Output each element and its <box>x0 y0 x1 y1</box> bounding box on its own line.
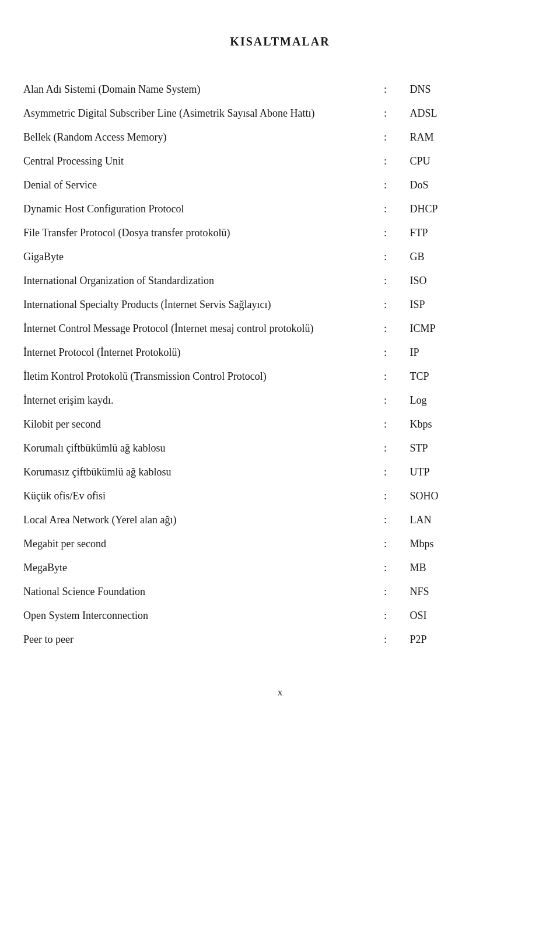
abbreviation-cell: RAM <box>398 125 537 149</box>
abbreviation-cell: ISO <box>398 269 537 293</box>
term-cell: International Specialty Products (İntern… <box>23 293 372 317</box>
term-cell: MegaByte <box>23 556 372 580</box>
abbreviation-cell: DNS <box>398 78 537 102</box>
table-row: Korumasız çiftbükümlü ağ kablosu:UTP <box>23 460 537 484</box>
table-row: Peer to peer:P2P <box>23 628 537 652</box>
table-row: National Science Foundation:NFS <box>23 580 537 604</box>
colon-cell: : <box>372 173 398 197</box>
table-row: İnternet Protocol (İnternet Protokolü):I… <box>23 341 537 365</box>
abbreviation-cell: CPU <box>398 149 537 173</box>
colon-cell: : <box>372 628 398 652</box>
colon-cell: : <box>372 460 398 484</box>
abbreviation-cell: DoS <box>398 173 537 197</box>
table-row: İletim Kontrol Protokolü (Transmission C… <box>23 365 537 389</box>
abbreviation-cell: P2P <box>398 628 537 652</box>
abbreviation-cell: Kbps <box>398 412 537 436</box>
colon-cell: : <box>372 389 398 412</box>
abbreviation-cell: SOHO <box>398 484 537 508</box>
term-cell: Asymmetric Digital Subscriber Line (Asim… <box>23 102 372 125</box>
table-row: GigaByte:GB <box>23 245 537 269</box>
colon-cell: : <box>372 269 398 293</box>
term-cell: Dynamic Host Configuration Protocol <box>23 197 372 221</box>
abbreviation-cell: MB <box>398 556 537 580</box>
abbreviation-cell: GB <box>398 245 537 269</box>
table-row: Küçük ofis/Ev ofisi:SOHO <box>23 484 537 508</box>
colon-cell: : <box>372 78 398 102</box>
page-title: KISALTMALAR <box>23 35 537 48</box>
abbreviation-cell: IP <box>398 341 537 365</box>
colon-cell: : <box>372 341 398 365</box>
table-row: Asymmetric Digital Subscriber Line (Asim… <box>23 102 537 125</box>
term-cell: Küçük ofis/Ev ofisi <box>23 484 372 508</box>
colon-cell: : <box>372 556 398 580</box>
colon-cell: : <box>372 317 398 341</box>
term-cell: İnternet Protocol (İnternet Protokolü) <box>23 341 372 365</box>
abbreviation-cell: UTP <box>398 460 537 484</box>
abbreviation-cell: ICMP <box>398 317 537 341</box>
colon-cell: : <box>372 412 398 436</box>
table-row: İnternet Control Message Protocol (İnter… <box>23 317 537 341</box>
abbreviation-cell: FTP <box>398 221 537 245</box>
term-cell: Bellek (Random Access Memory) <box>23 125 372 149</box>
colon-cell: : <box>372 197 398 221</box>
term-cell: İletim Kontrol Protokolü (Transmission C… <box>23 365 372 389</box>
colon-cell: : <box>372 102 398 125</box>
colon-cell: : <box>372 245 398 269</box>
abbreviation-cell: Mbps <box>398 532 537 556</box>
colon-cell: : <box>372 125 398 149</box>
colon-cell: : <box>372 221 398 245</box>
table-row: Local Area Network (Yerel alan ağı):LAN <box>23 508 537 532</box>
table-row: Korumalı çiftbükümlü ağ kablosu:STP <box>23 436 537 460</box>
table-row: File Transfer Protocol (Dosya transfer p… <box>23 221 537 245</box>
abbreviation-cell: Log <box>398 389 537 412</box>
term-cell: Korumalı çiftbükümlü ağ kablosu <box>23 436 372 460</box>
abbreviation-cell: LAN <box>398 508 537 532</box>
term-cell: GigaByte <box>23 245 372 269</box>
table-row: Alan Adı Sistemi (Domain Name System):DN… <box>23 78 537 102</box>
term-cell: İnternet Control Message Protocol (İnter… <box>23 317 372 341</box>
table-row: Kilobit per second:Kbps <box>23 412 537 436</box>
page-number: x <box>23 687 537 698</box>
term-cell: Alan Adı Sistemi (Domain Name System) <box>23 78 372 102</box>
term-cell: International Organization of Standardiz… <box>23 269 372 293</box>
table-row: Central Processing Unit:CPU <box>23 149 537 173</box>
colon-cell: : <box>372 604 398 628</box>
colon-cell: : <box>372 484 398 508</box>
table-row: Bellek (Random Access Memory):RAM <box>23 125 537 149</box>
term-cell: Peer to peer <box>23 628 372 652</box>
abbreviation-cell: ISP <box>398 293 537 317</box>
term-cell: National Science Foundation <box>23 580 372 604</box>
term-cell: Korumasız çiftbükümlü ağ kablosu <box>23 460 372 484</box>
term-cell: Megabit per second <box>23 532 372 556</box>
term-cell: Kilobit per second <box>23 412 372 436</box>
abbreviation-cell: TCP <box>398 365 537 389</box>
term-cell: Central Processing Unit <box>23 149 372 173</box>
table-row: Dynamic Host Configuration Protocol:DHCP <box>23 197 537 221</box>
term-cell: File Transfer Protocol (Dosya transfer p… <box>23 221 372 245</box>
table-row: Denial of Service:DoS <box>23 173 537 197</box>
abbreviation-cell: ADSL <box>398 102 537 125</box>
colon-cell: : <box>372 508 398 532</box>
abbreviation-cell: OSI <box>398 604 537 628</box>
table-row: International Organization of Standardiz… <box>23 269 537 293</box>
term-cell: Local Area Network (Yerel alan ağı) <box>23 508 372 532</box>
term-cell: Denial of Service <box>23 173 372 197</box>
colon-cell: : <box>372 532 398 556</box>
table-row: Open System Interconnection:OSI <box>23 604 537 628</box>
colon-cell: : <box>372 293 398 317</box>
colon-cell: : <box>372 365 398 389</box>
term-cell: Open System Interconnection <box>23 604 372 628</box>
abbreviation-cell: STP <box>398 436 537 460</box>
table-row: International Specialty Products (İntern… <box>23 293 537 317</box>
term-cell: İnternet erişim kaydı. <box>23 389 372 412</box>
abbreviation-cell: DHCP <box>398 197 537 221</box>
colon-cell: : <box>372 436 398 460</box>
table-row: MegaByte:MB <box>23 556 537 580</box>
colon-cell: : <box>372 580 398 604</box>
colon-cell: : <box>372 149 398 173</box>
abbreviations-table: Alan Adı Sistemi (Domain Name System):DN… <box>23 78 537 652</box>
table-row: Megabit per second:Mbps <box>23 532 537 556</box>
abbreviation-cell: NFS <box>398 580 537 604</box>
table-row: İnternet erişim kaydı.:Log <box>23 389 537 412</box>
